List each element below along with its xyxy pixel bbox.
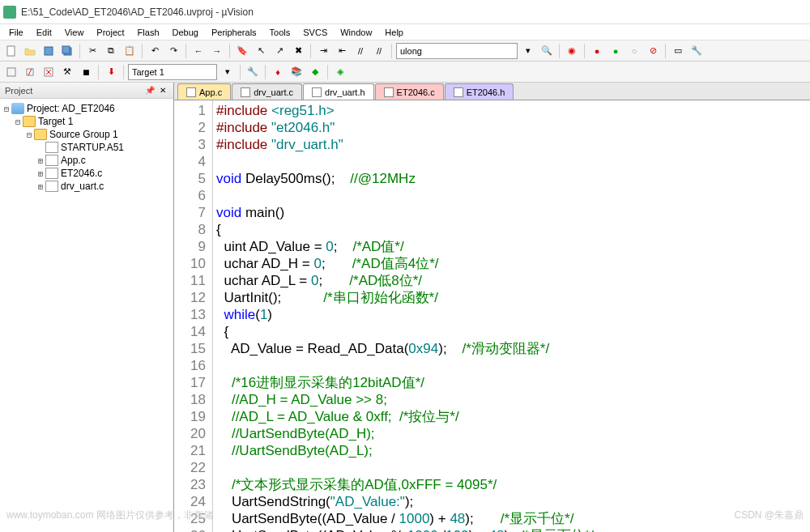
- line-gutter: 1234567891011121314151617181920212223242…: [174, 100, 213, 532]
- tab-ET2046-h[interactable]: ET2046.h: [445, 83, 514, 100]
- toolbar-main: ✂ ⧉ 📋 ↶ ↷ ← → 🔖 ↖ ↗ ✖ ⇥ ⇤ // // ulong ▾ …: [0, 40, 810, 62]
- watermark-left: www.toymoban.com 网络图片仅供参考，非存储: [6, 509, 213, 522]
- target-dropdown-icon[interactable]: ▾: [220, 64, 236, 80]
- separator: [123, 65, 124, 79]
- tab-label: drv_uart.c: [254, 87, 293, 97]
- nav-back-icon[interactable]: ←: [190, 43, 207, 59]
- project-tree[interactable]: ⊟Project: AD_ET2046 ⊟Target 1 ⊟Source Gr…: [0, 99, 173, 532]
- menu-window[interactable]: Window: [335, 26, 377, 39]
- breakpoint-kill-icon[interactable]: ⊘: [645, 43, 661, 59]
- file-icon: [312, 87, 322, 97]
- tab-label: App.c: [199, 87, 222, 97]
- indent-icon[interactable]: ⇥: [315, 43, 331, 59]
- menu-help[interactable]: Help: [379, 26, 409, 39]
- nav-fwd-icon[interactable]: →: [209, 43, 225, 59]
- download-icon[interactable]: ⬇: [103, 64, 119, 80]
- breakpoint-enable-icon[interactable]: ●: [608, 43, 624, 59]
- paste-icon[interactable]: 📋: [122, 43, 138, 59]
- tree-file[interactable]: ⊞ET2046.c: [2, 167, 172, 180]
- find-icon[interactable]: 🔍: [539, 43, 555, 59]
- bookmark-prev-icon[interactable]: ↖: [253, 43, 269, 59]
- separator: [310, 44, 311, 58]
- menu-file[interactable]: File: [3, 26, 29, 39]
- window-icon[interactable]: ▭: [670, 43, 686, 59]
- rte-icon[interactable]: ◈: [332, 64, 348, 80]
- file-icon: [186, 87, 196, 97]
- tree-file[interactable]: ⊞drv_uart.c: [2, 180, 172, 193]
- batch-build-icon[interactable]: ⚒: [59, 64, 75, 80]
- books-icon[interactable]: 📚: [288, 64, 305, 80]
- tree-target[interactable]: ⊟Target 1: [2, 115, 172, 128]
- panel-close-icon[interactable]: ✕: [157, 85, 168, 96]
- project-panel-header: Project 📌 ✕: [0, 83, 173, 99]
- options-icon[interactable]: 🔧: [245, 64, 261, 80]
- file-icon: [454, 87, 463, 97]
- undo-icon[interactable]: ↶: [147, 43, 163, 59]
- project-panel-title: Project: [5, 86, 32, 96]
- menu-flash[interactable]: Flash: [132, 26, 165, 39]
- comment-icon[interactable]: //: [352, 43, 369, 59]
- separator: [265, 65, 266, 79]
- menu-edit[interactable]: Edit: [31, 26, 58, 39]
- outdent-icon[interactable]: ⇤: [334, 43, 350, 59]
- menu-peripherals[interactable]: Peripherals: [206, 26, 262, 39]
- open-icon[interactable]: [22, 43, 38, 59]
- copy-icon[interactable]: ⧉: [103, 43, 119, 59]
- save-icon[interactable]: [40, 43, 57, 59]
- tab-App-c[interactable]: App.c: [177, 83, 231, 100]
- bookmark-icon[interactable]: 🔖: [234, 43, 250, 59]
- tab-drv_uart-h[interactable]: drv_uart.h: [303, 83, 374, 100]
- rebuild-icon[interactable]: [40, 64, 57, 80]
- menu-view[interactable]: View: [59, 26, 90, 39]
- separator: [327, 65, 328, 79]
- bookmark-clear-icon[interactable]: ✖: [290, 43, 306, 59]
- separator: [240, 65, 241, 79]
- manage-icon[interactable]: ♦: [270, 64, 286, 80]
- separator: [79, 44, 80, 58]
- file-icon: [384, 87, 394, 97]
- tab-drv_uart-c[interactable]: drv_uart.c: [232, 83, 302, 100]
- menu-project[interactable]: Project: [91, 26, 130, 39]
- redo-icon[interactable]: ↷: [165, 43, 181, 59]
- tree-file[interactable]: STARTUP.A51: [2, 141, 172, 154]
- menu-bar: FileEditViewProjectFlashDebugPeripherals…: [0, 24, 810, 40]
- target-combo[interactable]: Target 1: [128, 64, 217, 80]
- breakpoint-disable-icon[interactable]: ○: [626, 43, 642, 59]
- tree-file[interactable]: ⊞App.c: [2, 154, 172, 167]
- find-dropdown-icon[interactable]: ▾: [520, 43, 536, 59]
- svg-rect-3: [62, 46, 70, 53]
- tab-label: ET2046.h: [467, 87, 505, 97]
- app-icon: [3, 6, 16, 19]
- translate-icon[interactable]: [3, 64, 19, 80]
- separator: [229, 44, 230, 58]
- separator: [559, 44, 560, 58]
- tree-root[interactable]: ⊟Project: AD_ET2046: [2, 102, 172, 115]
- menu-debug[interactable]: Debug: [167, 26, 204, 39]
- breakpoint-insert-icon[interactable]: ●: [589, 43, 605, 59]
- config-icon[interactable]: 🔧: [688, 43, 705, 59]
- uncomment-icon[interactable]: //: [371, 43, 387, 59]
- search-combo[interactable]: ulong: [396, 43, 518, 59]
- panel-pin-icon[interactable]: 📌: [144, 85, 156, 96]
- code-content[interactable]: #include <reg51.h>#include "et2046.h"#in…: [213, 100, 810, 532]
- separator: [665, 44, 666, 58]
- stop-build-icon[interactable]: ⏹: [78, 64, 94, 80]
- menu-svcs[interactable]: SVCS: [297, 26, 333, 39]
- debug-icon[interactable]: ◉: [564, 43, 580, 59]
- save-all-icon[interactable]: [59, 43, 75, 59]
- cut-icon[interactable]: ✂: [84, 43, 100, 59]
- bookmark-next-icon[interactable]: ↗: [271, 43, 288, 59]
- svg-rect-1: [45, 47, 53, 55]
- new-file-icon[interactable]: [3, 43, 19, 59]
- project-panel: Project 📌 ✕ ⊟Project: AD_ET2046 ⊟Target …: [0, 83, 174, 532]
- pack-icon[interactable]: ◆: [307, 64, 323, 80]
- code-editor[interactable]: 1234567891011121314151617181920212223242…: [174, 100, 810, 532]
- toolbar-build: ⚒ ⏹ ⬇ Target 1 ▾ 🔧 ♦ 📚 ◆ ◈: [0, 62, 810, 83]
- separator: [391, 44, 392, 58]
- tree-group[interactable]: ⊟Source Group 1: [2, 128, 172, 141]
- build-icon[interactable]: [22, 64, 38, 80]
- editor-area: App.cdrv_uart.cdrv_uart.hET2046.cET2046.…: [174, 83, 810, 532]
- main-area: Project 📌 ✕ ⊟Project: AD_ET2046 ⊟Target …: [0, 83, 810, 532]
- menu-tools[interactable]: Tools: [264, 26, 296, 39]
- tab-ET2046-c[interactable]: ET2046.c: [375, 83, 444, 100]
